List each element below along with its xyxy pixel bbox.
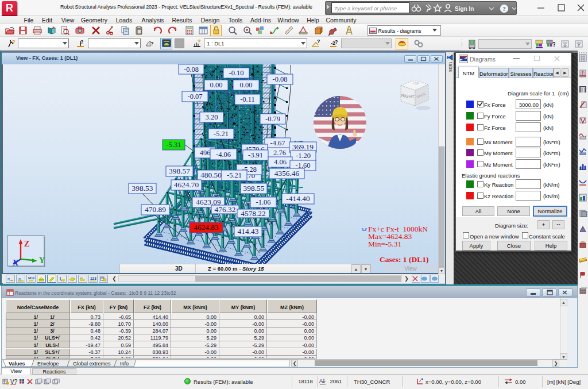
- svg-text:398.53: 398.53: [132, 184, 153, 192]
- svg-text:4356.46: 4356.46: [274, 169, 300, 178]
- svg-text:n: n: [7, 276, 10, 282]
- svg-text:V?: V?: [10, 379, 18, 385]
- svg-text:Z: Z: [24, 240, 29, 248]
- svg-text:?: ?: [198, 38, 201, 44]
- svg-text:-4.67: -4.67: [270, 139, 285, 147]
- svg-text:3.20: 3.20: [206, 113, 218, 121]
- svg-text:-0.79: -0.79: [265, 115, 280, 123]
- svg-text:0.00: 0.00: [240, 81, 253, 89]
- svg-text:Values: Values: [9, 361, 25, 367]
- svg-text:398.55: 398.55: [243, 184, 265, 192]
- svg-text:-1.20: -1.20: [296, 152, 311, 160]
- svg-text:-0.10: -0.10: [229, 69, 243, 77]
- svg-text:Cases: 1 (DL1): Cases: 1 (DL1): [380, 255, 429, 264]
- svg-text:4578.22: 4578.22: [241, 209, 266, 218]
- svg-text:4.06: 4.06: [274, 158, 287, 166]
- svg-text:-5.21: -5.21: [227, 171, 242, 179]
- svg-text:-0.08: -0.08: [272, 75, 287, 83]
- svg-text:123: 123: [90, 276, 96, 280]
- svg-text:-5.21: -5.21: [214, 130, 229, 138]
- svg-text:Global extremes: Global extremes: [73, 361, 111, 367]
- svg-text:A: A: [319, 378, 323, 384]
- svg-text:-3.91: -3.91: [248, 151, 263, 159]
- svg-text:?: ?: [552, 41, 555, 48]
- svg-text:-1.06: -1.06: [256, 198, 270, 206]
- svg-text:-4.06: -4.06: [216, 151, 231, 159]
- svg-text:M12: M12: [28, 276, 34, 280]
- svg-text:414.43: 414.43: [238, 227, 259, 236]
- svg-text:398.57: 398.57: [169, 167, 190, 175]
- svg-text:0.00: 0.00: [210, 81, 223, 89]
- svg-text:?: ?: [80, 39, 84, 45]
- svg-text:View: View: [404, 265, 417, 272]
- svg-text:Y: Y: [39, 256, 45, 265]
- svg-text:Envelope: Envelope: [37, 361, 59, 367]
- svg-text:-5.31: -5.31: [166, 141, 181, 149]
- svg-text:2.76: 2.76: [273, 149, 286, 157]
- svg-text:4624.70: 4624.70: [174, 180, 199, 189]
- svg-text:X: X: [13, 259, 18, 267]
- svg-text:?: ?: [502, 5, 506, 12]
- svg-text:?: ?: [12, 39, 16, 45]
- svg-text:?: ?: [317, 38, 320, 44]
- svg-text:Sign In: Sign In: [455, 6, 474, 12]
- svg-text:4624.83: 4624.83: [194, 223, 219, 232]
- svg-text:?: ?: [335, 39, 338, 45]
- svg-text:369.19: 369.19: [292, 142, 314, 151]
- svg-text:-414.40: -414.40: [286, 194, 310, 203]
- svg-text:480.50: 480.50: [200, 171, 222, 179]
- svg-text:-0.08: -0.08: [184, 66, 199, 74]
- svg-text:Info: Info: [120, 361, 129, 367]
- svg-text:-0.07: -0.07: [187, 93, 202, 101]
- svg-text:496: 496: [200, 149, 211, 157]
- svg-text:-0.11: -0.11: [240, 95, 255, 103]
- svg-text:470.89: 470.89: [145, 205, 166, 214]
- svg-text:476.32: 476.32: [215, 205, 236, 214]
- svg-text:?: ?: [150, 41, 154, 47]
- svg-text:Min=-5.31: Min=-5.31: [368, 240, 401, 248]
